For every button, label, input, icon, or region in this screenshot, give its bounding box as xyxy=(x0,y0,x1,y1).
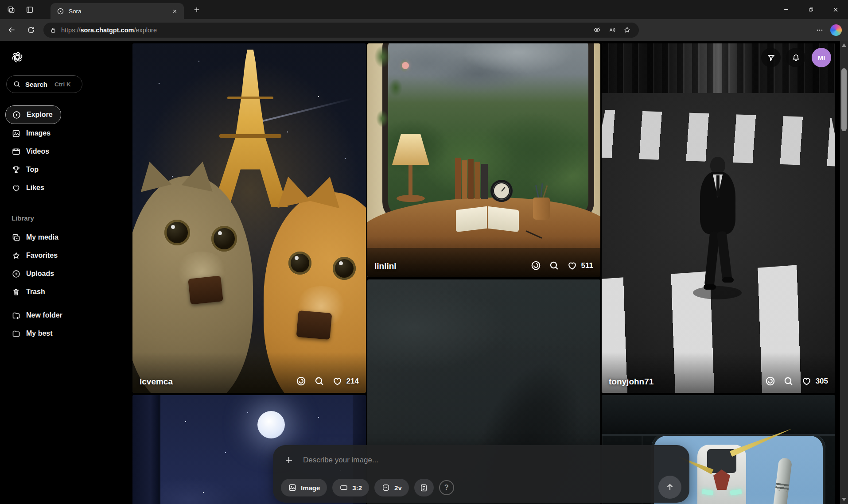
brownie-shape xyxy=(296,310,332,340)
sidebar-item-videos[interactable]: Videos xyxy=(5,143,127,160)
feed-card[interactable]: lcvemca 214 xyxy=(132,43,366,393)
aspect-ratio-icon xyxy=(339,483,348,492)
restore-button[interactable] xyxy=(798,0,823,19)
aspect-ratio-button[interactable]: 3:2 xyxy=(332,479,369,496)
scroll-down-icon[interactable] xyxy=(840,496,848,503)
like-icon[interactable] xyxy=(801,376,812,387)
variations-button[interactable]: 2v xyxy=(374,479,409,496)
scrollbar-thumb[interactable] xyxy=(841,68,847,131)
like-count: 305 xyxy=(816,377,828,386)
remix-icon[interactable] xyxy=(765,376,776,387)
sidebar-item-likes[interactable]: Likes xyxy=(5,179,127,197)
plus-circle-icon xyxy=(12,269,21,279)
scroll-up-icon[interactable] xyxy=(840,42,848,49)
sidebar-item-my-best[interactable]: My best xyxy=(5,325,127,342)
card-username[interactable]: tonyjohn71 xyxy=(609,377,765,387)
sidebar: Search Ctrl K Explore Images Videos To xyxy=(0,41,132,504)
brownie-shape xyxy=(188,275,223,304)
vine-leaves xyxy=(367,43,431,150)
zoom-icon[interactable] xyxy=(783,376,794,387)
workspaces-icon[interactable] xyxy=(4,2,19,17)
my-media-icon xyxy=(12,233,21,242)
hangar-beam xyxy=(602,395,835,436)
remix-icon[interactable] xyxy=(296,376,307,387)
explore-feed: lcvemca 214 xyxy=(132,41,840,504)
card-username[interactable]: linlinl xyxy=(374,261,530,271)
search-shortcut: Ctrl K xyxy=(54,81,71,88)
image-type-icon xyxy=(288,483,297,492)
card-overlay: tonyjohn71 305 xyxy=(602,352,835,393)
window-frame xyxy=(158,395,160,504)
sidebar-item-top[interactable]: Top xyxy=(5,161,127,178)
heart-icon xyxy=(12,183,21,193)
folder-icon xyxy=(12,329,21,338)
explore-icon xyxy=(12,110,21,120)
trophy-icon xyxy=(12,165,21,174)
sidebar-item-my-media[interactable]: My media xyxy=(5,229,127,246)
folders-list: New folder My best xyxy=(5,306,127,343)
moon-shape xyxy=(257,411,285,438)
cat-eye xyxy=(164,220,190,245)
read-aloud-icon[interactable] xyxy=(606,24,618,36)
open-notebook xyxy=(456,208,519,232)
prompt-composer: Image 3:2 2v ? xyxy=(273,445,689,503)
sidebar-item-uploads[interactable]: Uploads xyxy=(5,265,127,283)
like-icon[interactable] xyxy=(332,376,343,387)
pink-flower xyxy=(402,62,409,69)
like-count: 511 xyxy=(581,261,593,270)
browser-tab[interactable]: Sora xyxy=(51,3,184,19)
close-button[interactable] xyxy=(823,0,848,19)
curtain-shape xyxy=(132,395,158,504)
sidebar-item-trash[interactable]: Trash xyxy=(5,283,127,301)
alarm-clock xyxy=(490,180,513,202)
tab-strip: Sora xyxy=(0,0,848,19)
page-scrollbar[interactable] xyxy=(840,41,848,504)
generate-button[interactable] xyxy=(658,476,681,499)
presets-button[interactable] xyxy=(414,479,434,496)
cat-eye xyxy=(288,252,311,275)
cat-eye xyxy=(333,257,356,280)
zoom-icon[interactable] xyxy=(314,376,325,387)
media-type-button[interactable]: Image xyxy=(281,479,327,496)
searchlight-beam xyxy=(262,98,353,122)
lamp-stem xyxy=(408,165,412,198)
composer-input-row xyxy=(284,452,679,468)
favorite-star-icon[interactable] xyxy=(621,24,633,36)
notifications-bell-icon[interactable] xyxy=(786,48,805,67)
zoom-icon[interactable] xyxy=(548,260,560,271)
sora-favicon-icon xyxy=(57,8,64,15)
sidebar-item-new-folder[interactable]: New folder xyxy=(5,306,127,324)
like-count: 214 xyxy=(346,377,359,386)
refresh-icon[interactable] xyxy=(23,22,39,38)
card-overlay: linlinl 511 xyxy=(367,236,600,277)
help-button[interactable]: ? xyxy=(439,480,454,495)
tab-actions-icon[interactable] xyxy=(22,2,37,17)
minimize-button[interactable] xyxy=(774,0,798,19)
prompt-input[interactable] xyxy=(302,455,679,465)
card-username[interactable]: lcvemca xyxy=(140,377,296,387)
cats-eiffel-artwork xyxy=(132,43,366,393)
browser-menu-icon[interactable] xyxy=(812,22,828,38)
eye-slash-icon[interactable] xyxy=(591,24,603,36)
copilot-icon[interactable] xyxy=(830,24,842,36)
like-icon[interactable] xyxy=(567,260,578,271)
sidebar-item-images[interactable]: Images xyxy=(5,124,127,142)
remix-icon[interactable] xyxy=(530,260,541,271)
feed-card[interactable]: tonyjohn71 305 xyxy=(602,43,835,393)
url-text: https://sora.chatgpt.com/explore xyxy=(61,27,157,34)
back-icon[interactable] xyxy=(4,22,19,38)
filter-button[interactable] xyxy=(761,48,781,67)
tower-deck xyxy=(219,134,281,138)
address-bar[interactable]: https://sora.chatgpt.com/explore xyxy=(43,23,639,38)
tab-close-icon[interactable] xyxy=(170,6,179,16)
new-tab-button[interactable] xyxy=(191,4,203,16)
card-overlay: lcvemca 214 xyxy=(132,352,366,393)
tab-title: Sora xyxy=(69,8,170,15)
sidebar-item-favorites[interactable]: Favorites xyxy=(5,247,127,264)
add-attachment-icon[interactable] xyxy=(284,455,294,465)
avatar[interactable]: MI xyxy=(812,48,831,67)
library-list: My media Favorites Uploads Trash xyxy=(5,229,127,301)
feed-card[interactable]: linlinl 511 xyxy=(367,43,600,277)
search-input[interactable]: Search Ctrl K xyxy=(6,75,82,93)
sidebar-item-explore[interactable]: Explore xyxy=(5,105,61,124)
